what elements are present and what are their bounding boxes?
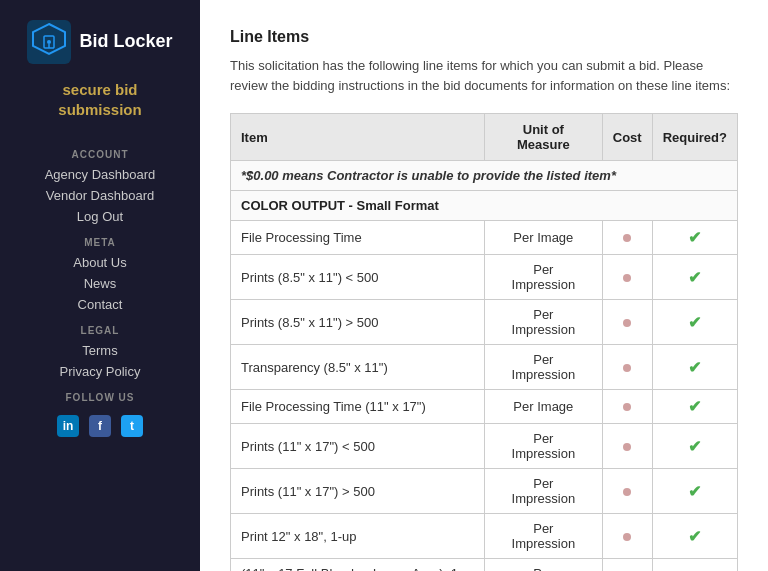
cost-dot-icon (623, 403, 631, 411)
required-cell: ✔ (652, 390, 737, 424)
table-row: File Processing Time (11" x 17")Per Imag… (231, 390, 738, 424)
uom-cell: Per Image (484, 221, 602, 255)
cost-dot-icon (623, 443, 631, 451)
item-cell: Prints (11" x 17") < 500 (231, 424, 485, 469)
linkedin-icon[interactable]: in (57, 415, 79, 437)
col-uom-header: Unit of Measure (484, 114, 602, 161)
notice-row: *$0.00 means Contractor is unable to pro… (231, 161, 738, 191)
required-check-icon: ✔ (688, 438, 701, 455)
vendor-dashboard-link[interactable]: Vendor Dashboard (0, 185, 200, 206)
follow-us-label: FOLLOW US (66, 392, 135, 403)
uom-cell: Per Impression (484, 345, 602, 390)
logo-icon (27, 20, 71, 64)
required-cell: ✔ (652, 255, 737, 300)
item-cell: Prints (8.5" x 11") > 500 (231, 300, 485, 345)
cost-dot-icon (623, 274, 631, 282)
table-row: File Processing TimePer Image✔ (231, 221, 738, 255)
category-row: COLOR OUTPUT - Small Format (231, 191, 738, 221)
table-row: (11" x 17 Full Bleed or Image Area), 1-u… (231, 559, 738, 572)
required-check-icon: ✔ (688, 359, 701, 376)
table-row: Transparency (8.5" x 11")Per Impression✔ (231, 345, 738, 390)
main-content: Line Items This solicitation has the fol… (200, 0, 768, 571)
agency-dashboard-link[interactable]: Agency Dashboard (0, 164, 200, 185)
col-cost-header: Cost (602, 114, 652, 161)
uom-cell: Per Impression (484, 559, 602, 572)
privacy-policy-link[interactable]: Privacy Policy (0, 361, 200, 382)
twitter-icon[interactable]: t (121, 415, 143, 437)
uom-cell: Per Impression (484, 255, 602, 300)
page-title: Line Items (230, 28, 738, 46)
required-check-icon: ✔ (688, 269, 701, 286)
cost-dot-icon (623, 488, 631, 496)
table-row: Prints (11" x 17") < 500Per Impression✔ (231, 424, 738, 469)
about-us-link[interactable]: About Us (0, 252, 200, 273)
account-section-label: ACCOUNT (72, 149, 129, 160)
item-cell: File Processing Time (11" x 17") (231, 390, 485, 424)
sidebar: Bid Locker secure bid submission ACCOUNT… (0, 0, 200, 571)
logo-text: Bid Locker (79, 31, 172, 53)
required-check-icon: ✔ (688, 229, 701, 246)
meta-section-label: META (84, 237, 116, 248)
cost-cell (602, 390, 652, 424)
item-cell: (11" x 17 Full Bleed or Image Area), 1-u… (231, 559, 485, 572)
required-cell: ✔ (652, 345, 737, 390)
uom-cell: Per Impression (484, 300, 602, 345)
news-link[interactable]: News (0, 273, 200, 294)
social-icons: in f t (57, 415, 143, 437)
required-cell: ✔ (652, 424, 737, 469)
required-cell: ✔ (652, 221, 737, 255)
cost-cell (602, 221, 652, 255)
cost-dot-icon (623, 533, 631, 541)
cost-cell (602, 514, 652, 559)
legal-section-label: LEGAL (81, 325, 120, 336)
logo-area: Bid Locker (27, 20, 172, 64)
required-check-icon: ✔ (688, 483, 701, 500)
intro-text: This solicitation has the following line… (230, 56, 738, 95)
item-cell: Prints (8.5" x 11") < 500 (231, 255, 485, 300)
uom-cell: Per Image (484, 390, 602, 424)
cost-cell (602, 424, 652, 469)
cost-cell (602, 255, 652, 300)
col-required-header: Required? (652, 114, 737, 161)
required-check-icon: ✔ (688, 314, 701, 331)
table-row: Prints (8.5" x 11") > 500Per Impression✔ (231, 300, 738, 345)
item-cell: Transparency (8.5" x 11") (231, 345, 485, 390)
required-cell: ✔ (652, 469, 737, 514)
cost-dot-icon (623, 234, 631, 242)
table-row: Print 12" x 18", 1-upPer Impression✔ (231, 514, 738, 559)
table-row: Prints (8.5" x 11") < 500Per Impression✔ (231, 255, 738, 300)
uom-cell: Per Impression (484, 514, 602, 559)
table-row: Prints (11" x 17") > 500Per Impression✔ (231, 469, 738, 514)
log-out-link[interactable]: Log Out (0, 206, 200, 227)
tagline: secure bid submission (58, 80, 141, 119)
terms-link[interactable]: Terms (0, 340, 200, 361)
required-cell: ✔ (652, 300, 737, 345)
required-check-icon: ✔ (688, 398, 701, 415)
line-items-table: Item Unit of Measure Cost Required? *$0.… (230, 113, 738, 571)
facebook-icon[interactable]: f (89, 415, 111, 437)
item-cell: Print 12" x 18", 1-up (231, 514, 485, 559)
cost-dot-icon (623, 319, 631, 327)
cost-cell (602, 300, 652, 345)
cost-dot-icon (623, 364, 631, 372)
contact-link[interactable]: Contact (0, 294, 200, 315)
cost-cell (602, 559, 652, 572)
required-check-icon: ✔ (688, 528, 701, 545)
item-cell: File Processing Time (231, 221, 485, 255)
required-cell: ✔ (652, 559, 737, 572)
cost-cell (602, 345, 652, 390)
item-cell: Prints (11" x 17") > 500 (231, 469, 485, 514)
cost-cell (602, 469, 652, 514)
svg-point-3 (47, 40, 51, 44)
col-item-header: Item (231, 114, 485, 161)
required-cell: ✔ (652, 514, 737, 559)
uom-cell: Per Impression (484, 424, 602, 469)
uom-cell: Per Impression (484, 469, 602, 514)
